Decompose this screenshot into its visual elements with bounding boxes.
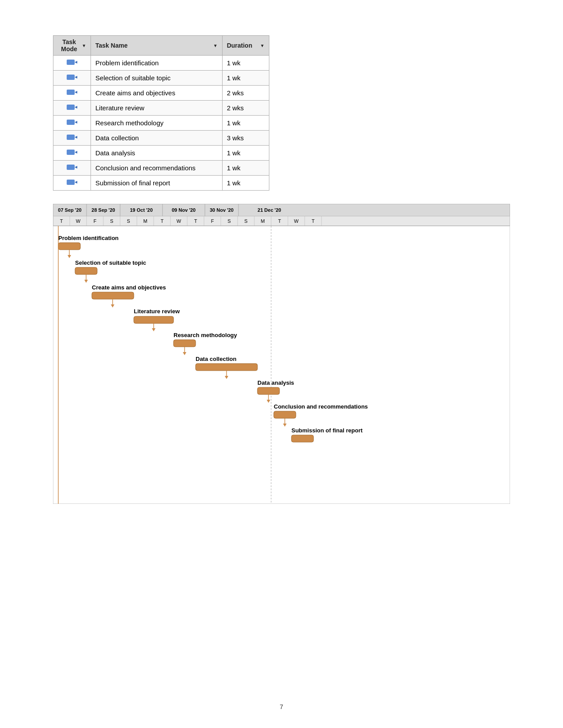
task-mode-icon xyxy=(66,73,78,81)
svg-text:Data analysis: Data analysis xyxy=(257,379,294,386)
task-mode-cell xyxy=(53,71,91,86)
table-row: Problem identification1 wk xyxy=(53,56,269,71)
svg-text:07 Sep '20: 07 Sep '20 xyxy=(58,207,81,213)
task-name-cell: Conclusion and recommendations xyxy=(91,161,223,176)
svg-rect-66 xyxy=(53,226,510,504)
svg-rect-75 xyxy=(92,292,134,299)
svg-text:F: F xyxy=(211,218,214,224)
svg-marker-13 xyxy=(75,151,77,154)
svg-text:Selection of suitable topic: Selection of suitable topic xyxy=(75,259,146,266)
header-task-name[interactable]: Task Name ▼ xyxy=(91,36,223,56)
task-mode-cell xyxy=(53,56,91,71)
svg-text:28 Sep '20: 28 Sep '20 xyxy=(91,207,115,213)
task-mode-cell xyxy=(53,176,91,191)
task-duration-cell: 1 wk xyxy=(222,116,269,131)
task-mode-icon xyxy=(66,133,78,141)
table-row: Research methodology1 wk xyxy=(53,116,269,131)
task-name-cell: Create aims and objectives xyxy=(91,86,223,101)
svg-text:21 Dec '20: 21 Dec '20 xyxy=(257,207,281,213)
svg-rect-8 xyxy=(67,120,75,125)
task-name-cell: Data collection xyxy=(91,131,223,146)
svg-rect-2 xyxy=(67,75,75,80)
svg-rect-90 xyxy=(274,411,296,418)
svg-rect-93 xyxy=(291,435,314,442)
task-mode-cell xyxy=(53,116,91,131)
sort-arrow-duration: ▼ xyxy=(260,43,264,48)
task-name-cell: Submission of final report xyxy=(91,176,223,191)
sort-arrow-name: ▼ xyxy=(213,43,218,48)
svg-marker-9 xyxy=(75,121,77,124)
svg-rect-18 xyxy=(53,204,510,216)
svg-text:T: T xyxy=(194,218,197,224)
task-duration-cell: 2 wks xyxy=(222,101,269,116)
task-mode-icon xyxy=(66,163,78,171)
svg-text:M: M xyxy=(143,218,147,224)
svg-marker-11 xyxy=(75,136,77,139)
svg-text:Conclusion and recommendations: Conclusion and recommendations xyxy=(274,403,368,410)
svg-rect-19 xyxy=(53,216,510,226)
task-duration-cell: 1 wk xyxy=(222,146,269,161)
table-row: Submission of final report1 wk xyxy=(53,176,269,191)
task-duration-cell: 1 wk xyxy=(222,176,269,191)
svg-text:Create aims and objectives: Create aims and objectives xyxy=(92,284,166,291)
svg-text:09 Nov '20: 09 Nov '20 xyxy=(172,207,196,213)
svg-rect-0 xyxy=(67,60,75,65)
task-mode-cell xyxy=(53,86,91,101)
task-mode-cell xyxy=(53,101,91,116)
header-duration[interactable]: Duration ▼ xyxy=(222,36,269,56)
task-name-cell: Data analysis xyxy=(91,146,223,161)
header-task-mode[interactable]: Task Mode ▼ xyxy=(53,36,91,56)
task-duration-cell: 1 wk xyxy=(222,71,269,86)
svg-text:19 Oct '20: 19 Oct '20 xyxy=(130,207,153,213)
task-mode-icon xyxy=(66,148,78,156)
svg-text:S: S xyxy=(127,218,130,224)
task-duration-cell: 1 wk xyxy=(222,161,269,176)
task-name-cell: Research methodology xyxy=(91,116,223,131)
task-mode-icon xyxy=(66,118,78,126)
svg-rect-10 xyxy=(67,135,75,140)
task-mode-cell xyxy=(53,146,91,161)
svg-text:W: W xyxy=(76,218,81,224)
table-row: Literature review2 wks xyxy=(53,101,269,116)
svg-text:T: T xyxy=(312,218,315,224)
svg-text:F: F xyxy=(94,218,97,224)
table-row: Data analysis1 wk xyxy=(53,146,269,161)
task-name-cell: Selection of suitable topic xyxy=(91,71,223,86)
task-duration-cell: 1 wk xyxy=(222,56,269,71)
svg-rect-78 xyxy=(134,316,174,323)
task-duration-cell: 2 wks xyxy=(222,86,269,101)
svg-rect-14 xyxy=(67,165,75,170)
svg-text:W: W xyxy=(177,218,181,224)
task-name-cell: Problem identification xyxy=(91,56,223,71)
svg-text:S: S xyxy=(244,218,247,224)
svg-text:Data collection: Data collection xyxy=(196,356,237,362)
gantt-svg: 07 Sep '20 28 Sep '20 19 Oct '20 09 Nov … xyxy=(53,204,510,504)
svg-rect-84 xyxy=(196,364,257,371)
svg-text:T: T xyxy=(161,218,164,224)
task-duration-cell: 3 wks xyxy=(222,131,269,146)
task-mode-icon xyxy=(66,58,78,66)
svg-marker-7 xyxy=(75,106,77,109)
svg-text:Submission of final report: Submission of final report xyxy=(291,427,363,434)
svg-text:W: W xyxy=(294,218,299,224)
svg-marker-15 xyxy=(75,166,77,169)
task-mode-cell xyxy=(53,131,91,146)
table-row: Create aims and objectives2 wks xyxy=(53,86,269,101)
svg-rect-6 xyxy=(67,105,75,110)
svg-rect-81 xyxy=(174,340,196,347)
svg-rect-4 xyxy=(67,90,75,95)
task-name-cell: Literature review xyxy=(91,101,223,116)
task-table: Task Mode ▼ Task Name ▼ Duration ▼ xyxy=(53,35,269,191)
svg-rect-87 xyxy=(257,387,280,394)
task-mode-icon xyxy=(66,178,78,186)
page-number: 7 xyxy=(280,703,283,710)
sort-arrow-mode: ▼ xyxy=(82,43,86,48)
svg-marker-17 xyxy=(75,181,77,184)
svg-marker-3 xyxy=(75,76,77,79)
table-row: Conclusion and recommendations1 wk xyxy=(53,161,269,176)
page: Task Mode ▼ Task Name ▼ Duration ▼ xyxy=(0,0,563,728)
svg-text:Problem identification: Problem identification xyxy=(58,235,119,241)
svg-text:Literature review: Literature review xyxy=(134,308,180,315)
svg-marker-1 xyxy=(75,61,77,64)
svg-rect-16 xyxy=(67,180,75,185)
